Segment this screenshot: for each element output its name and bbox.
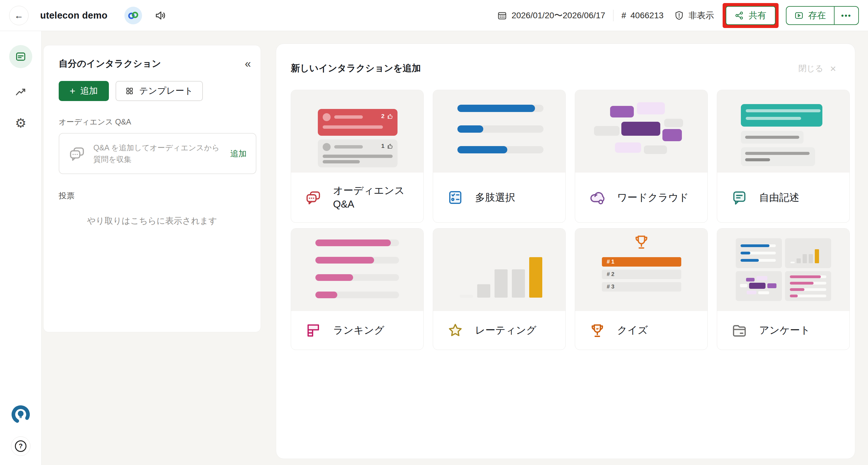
hidden-label: 非表示	[688, 10, 714, 21]
calendar-icon	[497, 10, 507, 21]
present-play-icon	[795, 11, 804, 20]
ballot-icon	[447, 189, 464, 206]
card-audience-qa[interactable]: 2 1	[291, 90, 424, 223]
card-rating[interactable]: レーティング	[433, 228, 566, 350]
interactions-card-icon	[15, 51, 27, 62]
event-code: 4066213	[630, 11, 663, 20]
qa-section-label: オーディエンス Q&A	[43, 117, 261, 127]
share-highlight-box: 共有	[723, 3, 779, 28]
star-icon	[447, 322, 464, 339]
card-word-cloud[interactable]: ワードクラウド	[575, 90, 708, 223]
card-label: 多肢選択	[475, 191, 515, 204]
hash-icon: #	[621, 11, 626, 20]
card-label: クイズ	[617, 323, 648, 337]
card-label: オーディエンス Q&A	[333, 184, 416, 211]
divider	[613, 10, 614, 21]
ranking-steps-icon	[305, 322, 321, 339]
gear-icon: ⚙	[15, 117, 27, 129]
share-label: 共有	[749, 9, 767, 22]
quiz-rank-row: # 1	[602, 257, 681, 267]
close-label: 閉じる	[798, 63, 823, 74]
present-label: 存在	[808, 9, 826, 22]
qa-empty-text: Q&A を追加してオーディエンスから質問を収集	[93, 142, 222, 165]
close-icon: ×	[830, 63, 836, 74]
qa-preview: 2 1	[291, 90, 423, 173]
card-survey[interactable]: アンケート	[717, 228, 850, 350]
event-code-group[interactable]: # 4066213	[621, 11, 663, 20]
comment-lines-icon	[731, 189, 748, 206]
like-count: 2	[381, 113, 384, 120]
trending-up-icon	[14, 86, 27, 98]
share-icon	[735, 11, 744, 20]
collapse-panel-icon[interactable]: «	[245, 58, 251, 69]
close-dialog-button[interactable]: 閉じる ×	[798, 63, 836, 74]
speaker-icon[interactable]	[155, 9, 167, 22]
back-arrow-icon: ←	[14, 10, 23, 21]
left-icon-rail: ⚙ ?	[0, 31, 42, 465]
card-label: 自由記述	[759, 191, 799, 204]
event-title: utelecon demo	[40, 10, 107, 21]
grid-icon	[125, 87, 134, 95]
sidebar-item-analytics[interactable]	[14, 86, 27, 98]
open-text-preview	[717, 90, 849, 173]
more-options-button[interactable]: •••	[834, 7, 858, 24]
quiz-rank-row: # 3	[602, 282, 681, 292]
card-quiz[interactable]: # 1 # 2 # 3 クイズ	[575, 228, 708, 350]
survey-preview	[717, 229, 849, 311]
sidebar-item-settings[interactable]: ⚙	[15, 117, 27, 129]
ranking-preview	[291, 229, 423, 311]
qa-chat-icon	[305, 189, 321, 206]
chat-bubbles-icon	[68, 145, 86, 162]
app-window: ← utelecon demo	[0, 0, 868, 465]
cloud-icon	[589, 189, 606, 206]
add-label: 追加	[80, 85, 98, 97]
date-range-group[interactable]: 2026/01/20〜2026/06/17	[497, 10, 605, 21]
top-bar: ← utelecon demo	[0, 0, 868, 31]
card-label: アンケート	[759, 323, 810, 337]
present-button-group: 存在 •••	[786, 6, 859, 25]
share-button[interactable]: 共有	[726, 6, 776, 25]
sidebar-item-interactions[interactable]	[9, 45, 32, 68]
template-label: テンプレート	[139, 85, 193, 97]
add-interaction-button[interactable]: + 追加	[59, 81, 109, 101]
polls-empty-text: やり取りはこちらに表示されます	[43, 215, 261, 227]
present-button[interactable]: 存在	[786, 7, 834, 24]
card-multiple-choice[interactable]: 多肢選択	[433, 90, 566, 223]
dialog-title: 新しいインタラクションを追加	[291, 62, 421, 75]
back-button[interactable]: ←	[9, 6, 29, 25]
word-cloud-preview	[575, 90, 707, 173]
shield-alert-icon	[674, 10, 684, 21]
webex-logo-icon	[124, 7, 142, 24]
trophy-icon	[589, 322, 606, 339]
rating-preview	[433, 229, 565, 311]
card-label: ワードクラウド	[617, 191, 689, 204]
plus-icon: +	[70, 86, 75, 96]
card-open-text[interactable]: 自由記述	[717, 90, 850, 223]
qa-add-link[interactable]: 追加	[230, 148, 247, 159]
card-label: レーティング	[475, 323, 536, 337]
like-count: 1	[381, 143, 384, 149]
folder-icon	[731, 322, 748, 339]
help-button[interactable]: ?	[11, 436, 30, 456]
panel-title: 自分のインタラクション	[59, 58, 161, 70]
polls-section-label: 投票	[43, 191, 261, 201]
interaction-type-grid: 2 1	[276, 90, 860, 350]
date-range: 2026/01/20〜2026/06/17	[512, 10, 605, 21]
hidden-status-group[interactable]: 非表示	[674, 10, 714, 21]
add-interaction-dialog: 新しいインタラクションを追加 閉じる × 2	[276, 43, 855, 459]
card-label: ランキング	[333, 323, 384, 337]
ellipsis-icon: •••	[841, 11, 851, 20]
quiz-preview: # 1 # 2 # 3	[575, 229, 707, 311]
card-ranking[interactable]: ランキング	[291, 228, 424, 350]
qa-empty-card[interactable]: Q&A を追加してオーディエンスから質問を収集 追加	[59, 133, 256, 174]
quiz-rank-row: # 2	[602, 270, 681, 279]
question-mark-icon: ?	[15, 440, 27, 452]
slido-logo	[10, 404, 31, 425]
template-button[interactable]: テンプレート	[116, 81, 203, 101]
multiple-choice-preview	[433, 90, 565, 173]
interactions-panel: 自分のインタラクション « + 追加 テンプレート オーディ	[43, 45, 261, 332]
